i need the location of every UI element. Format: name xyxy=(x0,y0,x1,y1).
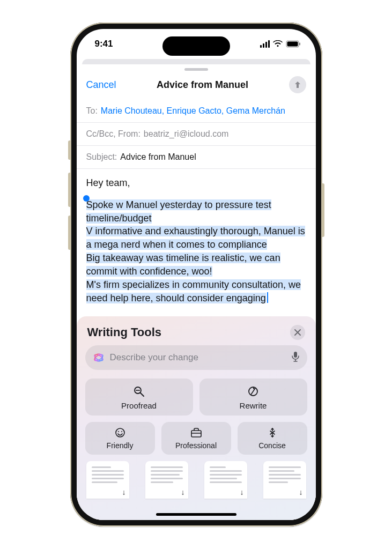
format-preview-2[interactable]: ↓ xyxy=(145,461,188,499)
compose-sheet: Cancel Advice from Manuel To: Marie Chou… xyxy=(77,64,316,520)
svg-point-13 xyxy=(118,431,119,432)
wifi-icon xyxy=(273,40,283,48)
body-greeting: Hey team, xyxy=(86,176,306,190)
compose-nav: Cancel Advice from Manuel xyxy=(77,71,316,100)
friendly-button[interactable]: Friendly xyxy=(85,422,155,455)
professional-button[interactable]: Professional xyxy=(161,422,231,455)
battery-icon xyxy=(286,40,301,48)
ccbcc-label: Cc/Bcc, From: xyxy=(86,129,140,139)
dynamic-island xyxy=(162,36,230,56)
chevron-down-icon: ↓ xyxy=(181,488,185,496)
compose-title: Advice from Manuel xyxy=(120,79,286,91)
chevron-down-icon: ↓ xyxy=(240,488,244,496)
svg-point-12 xyxy=(116,428,124,437)
arrow-up-icon xyxy=(293,80,302,89)
sheet-stack-hint xyxy=(82,59,310,64)
writing-tools-panel: Writing Tools xyxy=(77,316,316,520)
proofread-label: Proofread xyxy=(121,401,157,410)
svg-rect-6 xyxy=(294,352,297,358)
send-button[interactable] xyxy=(289,76,306,93)
apple-intelligence-icon xyxy=(93,352,105,363)
selected-text[interactable]: Spoke w Manuel yesterday to pressure tes… xyxy=(86,199,305,303)
power-button xyxy=(322,183,324,237)
rewrite-button[interactable]: Rewrite xyxy=(199,379,307,416)
to-field[interactable]: To: Marie Chouteau, Enrique Gacto, Gema … xyxy=(77,100,316,123)
home-indicator[interactable] xyxy=(156,513,236,516)
proofread-button[interactable]: Proofread xyxy=(85,379,193,416)
chevron-down-icon: ↓ xyxy=(122,488,126,496)
status-time: 9:41 xyxy=(95,39,113,49)
ccbcc-field[interactable]: Cc/Bcc, From: beatriz_ri@icloud.com xyxy=(77,123,316,146)
magnifier-icon xyxy=(132,385,145,398)
volume-down-button xyxy=(68,216,70,250)
to-label: To: xyxy=(86,106,98,116)
close-icon xyxy=(294,329,301,336)
mute-switch xyxy=(68,140,70,160)
cellular-icon xyxy=(260,40,270,48)
svg-rect-1 xyxy=(287,42,298,47)
concise-label: Concise xyxy=(258,441,286,450)
prompt-placeholder: Describe your change xyxy=(110,352,286,363)
close-button[interactable] xyxy=(290,325,305,340)
rewrite-icon xyxy=(247,385,260,398)
svg-line-9 xyxy=(140,393,144,396)
subject-value: Advice from Manuel xyxy=(120,152,196,162)
format-preview-4[interactable]: ↓ xyxy=(263,461,306,499)
mic-icon xyxy=(291,351,300,362)
svg-rect-15 xyxy=(191,431,201,437)
subject-label: Subject: xyxy=(86,152,117,162)
rewrite-label: Rewrite xyxy=(240,401,267,410)
subject-field[interactable]: Subject: Advice from Manuel xyxy=(77,146,316,169)
prompt-input[interactable]: Describe your change xyxy=(85,345,307,370)
format-preview-3[interactable]: ↓ xyxy=(204,461,247,499)
text-caret xyxy=(267,292,268,303)
svg-point-14 xyxy=(121,431,122,432)
selection-handle-start[interactable] xyxy=(83,195,90,202)
concise-button[interactable]: Concise xyxy=(238,422,307,455)
mic-button[interactable] xyxy=(291,351,300,364)
chevron-down-icon: ↓ xyxy=(299,488,303,496)
volume-up-button xyxy=(68,173,70,207)
format-preview-1[interactable]: ↓ xyxy=(86,461,129,499)
writing-tools-title: Writing Tools xyxy=(87,325,162,339)
svg-rect-2 xyxy=(299,43,300,46)
briefcase-icon xyxy=(190,427,202,438)
cancel-button[interactable]: Cancel xyxy=(86,79,116,91)
format-previews: ↓ ↓ ↓ ↓ xyxy=(85,461,307,499)
friendly-label: Friendly xyxy=(107,441,134,450)
email-body[interactable]: Hey team, Spoke w Manuel yesterday to pr… xyxy=(77,169,316,305)
concise-icon xyxy=(267,427,278,438)
professional-label: Professional xyxy=(175,441,217,450)
to-recipients[interactable]: Marie Chouteau, Enrique Gacto, Gema Merc… xyxy=(101,106,285,116)
from-address: beatriz_ri@icloud.com xyxy=(144,129,229,139)
phone-frame: 9:41 Cancel Advice from Manuel xyxy=(70,23,322,526)
smile-icon xyxy=(115,427,125,438)
